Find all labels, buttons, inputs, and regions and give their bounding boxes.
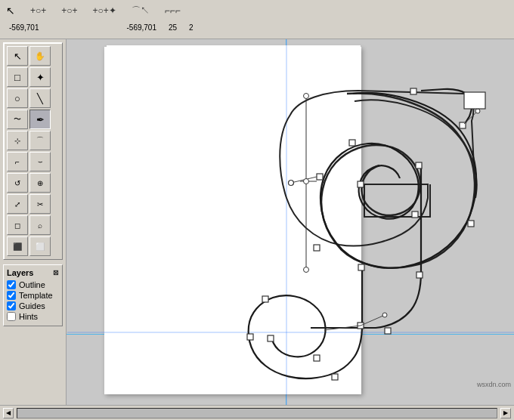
coord-xy-label: -569,701	[9, 23, 39, 32]
corner-cursor-icon[interactable]: ⌐⌐⌐	[165, 5, 181, 16]
svg-point-26	[382, 313, 387, 317]
node-cursor-icon[interactable]: +○+	[30, 5, 46, 16]
tool-grid: ↖ ✋ □ ✦ ○ ╲ 〜 ✒ ⊹ ⌒ ⌐ ⌣ ↺ ⊕	[7, 46, 59, 256]
pen-tool[interactable]: ✒	[29, 110, 51, 129]
coord-w-label: 2	[189, 23, 194, 32]
svg-rect-20	[262, 296, 268, 302]
toolbox: ↖ ✋ □ ✦ ○ ╲ 〜 ✒ ⊹ ⌒ ⌐ ⌣ ↺ ⊕	[0, 39, 67, 405]
layers-header: Layers ⊠	[7, 268, 59, 277]
layers-title: Layers	[7, 268, 33, 277]
bezier-tool[interactable]: ⌒	[29, 131, 51, 150]
bottom-scrollbar: ◀ ▶	[0, 405, 514, 420]
rectangle-tool[interactable]: □	[7, 67, 28, 87]
svg-rect-13	[416, 162, 422, 168]
top-toolbar: ↖ +○+ +○+ +○+✦ ⌒↖ ⌐⌐⌐ -569,701 -569,701 …	[0, 0, 514, 39]
svg-point-30	[304, 179, 309, 184]
toolbar-coords-row: -569,701 -569,701 25 2	[3, 20, 511, 35]
svg-rect-21	[332, 374, 338, 380]
tools-panel: ↖ ✋ □ ✦ ○ ╲ 〜 ✒ ⊹ ⌒ ⌐ ⌣ ↺ ⊕	[3, 42, 63, 260]
hand-tool[interactable]: ✋	[29, 46, 51, 66]
svg-point-29	[304, 94, 309, 99]
add-node-cursor-icon[interactable]: +○+	[61, 5, 77, 16]
pen-cursor-icon[interactable]: ⌒↖	[132, 5, 150, 17]
layer-guides-checkbox[interactable]	[7, 301, 16, 310]
layer-template-label: Template	[19, 291, 53, 300]
arrow-tool[interactable]: ↖	[7, 46, 28, 66]
svg-rect-9	[317, 174, 323, 180]
svg-rect-34	[464, 92, 485, 109]
coord-z-label: 25	[169, 23, 177, 32]
svg-rect-19	[247, 334, 253, 340]
move-cursor-icon[interactable]: +○+✦	[93, 5, 116, 16]
line-tool[interactable]: ╲	[29, 88, 51, 108]
svg-rect-7	[358, 264, 364, 270]
canvas-svg	[67, 39, 514, 405]
knife-tool[interactable]: ✂	[29, 194, 51, 214]
layer-template[interactable]: Template	[7, 291, 59, 300]
svg-point-15	[289, 181, 294, 186]
svg-rect-11	[412, 212, 418, 218]
star-tool[interactable]: ✦	[29, 67, 51, 87]
curve-tool[interactable]: 〜	[7, 110, 28, 129]
main-area: ↖ ✋ □ ✦ ○ ╲ 〜 ✒ ⊹ ⌒ ⌐ ⌣ ↺ ⊕	[0, 39, 514, 405]
zoom-tool[interactable]: ⌕	[29, 215, 51, 235]
svg-rect-12	[358, 181, 364, 187]
svg-point-33	[475, 109, 480, 113]
svg-rect-22	[385, 328, 391, 334]
svg-rect-18	[314, 355, 320, 361]
svg-rect-8	[314, 245, 320, 251]
node-tool[interactable]: ⊹	[7, 131, 28, 150]
toolbar-icons-row: ↖ +○+ +○+ +○+✦ ⌒↖ ⌐⌐⌐	[3, 2, 511, 20]
layer-hints-checkbox[interactable]	[7, 312, 16, 321]
corner-tool[interactable]: ⌐	[7, 152, 28, 171]
layer-guides[interactable]: Guides	[7, 301, 59, 310]
coord-xy2-label: -569,701	[126, 23, 156, 32]
layer-outline-label: Outline	[19, 280, 45, 289]
layer-outline-checkbox[interactable]	[7, 280, 16, 289]
fill-tool[interactable]: ⬛	[7, 236, 28, 256]
rotate-tool[interactable]: ↺	[7, 173, 28, 193]
layer-hints-label: Hints	[19, 312, 38, 321]
svg-line-24	[361, 315, 385, 326]
measure-tool[interactable]: ⊕	[29, 173, 51, 193]
svg-rect-4	[410, 88, 416, 94]
smooth-tool[interactable]: ⌣	[29, 152, 51, 171]
layer-hints[interactable]: Hints	[7, 312, 59, 321]
ellipse-tool[interactable]: ○	[7, 88, 28, 108]
layer-guides-label: Guides	[19, 301, 45, 310]
scroll-right-arrow[interactable]: ▶	[500, 408, 511, 418]
svg-rect-10	[349, 140, 355, 146]
select-cursor-icon[interactable]: ↖	[6, 5, 15, 17]
layers-close-icon[interactable]: ⊠	[53, 269, 59, 276]
scale-tool[interactable]: ⤢	[7, 194, 28, 214]
layer-template-checkbox[interactable]	[7, 291, 16, 300]
scroll-left-arrow[interactable]: ◀	[3, 408, 14, 418]
eraser-tool[interactable]: ◻	[7, 215, 28, 235]
scrollbar-track[interactable]	[17, 408, 497, 418]
svg-rect-23	[268, 335, 274, 341]
outline-tool[interactable]: ⬜	[29, 236, 51, 256]
watermark: wsxdn.com	[477, 381, 511, 388]
canvas-area[interactable]: wsxdn.com	[67, 39, 514, 405]
svg-rect-6	[468, 221, 474, 227]
svg-rect-17	[416, 272, 423, 278]
layers-panel: Layers ⊠ Outline Template Guides Hints	[3, 264, 63, 326]
svg-point-31	[304, 267, 309, 273]
layer-outline[interactable]: Outline	[7, 280, 59, 289]
